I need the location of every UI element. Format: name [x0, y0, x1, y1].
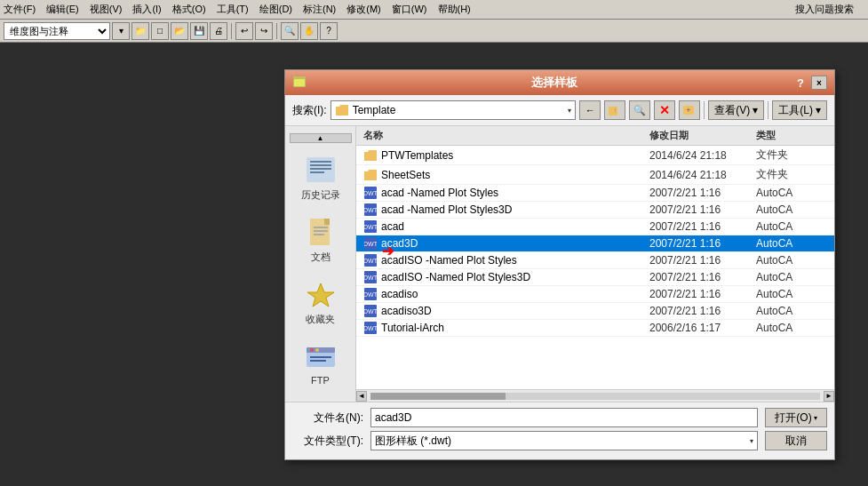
help-toolbar-btn[interactable]: ?	[320, 22, 338, 40]
menu-help[interactable]: 帮助(H)	[438, 3, 471, 16]
sidebar-item-history[interactable]: 历史记录	[290, 150, 352, 205]
menu-tools[interactable]: 工具(T)	[217, 3, 249, 16]
file-date: 2007/2/21 1:16	[649, 288, 756, 300]
search-combo[interactable]: Template ▾	[330, 100, 577, 120]
menu-edit[interactable]: 编辑(E)	[46, 3, 79, 16]
menubar: 文件(F) 编辑(E) 视图(V) 插入(I) 格式(O) 工具(T) 绘图(D…	[0, 0, 868, 20]
table-row[interactable]: DWTacadISO -Named Plot Styles3D2007/2/21…	[356, 269, 834, 286]
scroll-left-btn[interactable]: ◄	[356, 391, 367, 402]
col-type-header[interactable]: 类型	[756, 129, 827, 142]
sidebar-item-docs[interactable]: 文档	[290, 212, 352, 267]
file-name: SheetSets	[381, 169, 430, 181]
redo-btn[interactable]: ↪	[255, 22, 273, 40]
file-type: AutoCA	[756, 271, 827, 283]
toolbar-btn-1[interactable]: ▾	[112, 22, 130, 40]
file-type: AutoCA	[756, 203, 827, 216]
search-label: 搜索(I):	[292, 103, 327, 118]
table-row[interactable]: DWTacadiso3D2007/2/21 1:16AutoCA	[356, 303, 834, 320]
open-btn[interactable]: 打开(O) ▾	[765, 408, 827, 427]
horizontal-scrollbar[interactable]: ◄ ►	[356, 389, 834, 402]
search-value: Template	[353, 104, 569, 116]
menu-file[interactable]: 文件(F)	[4, 3, 36, 16]
search-combo-arrow[interactable]: ▾	[568, 107, 571, 115]
svg-rect-8	[310, 164, 331, 166]
table-row[interactable]: PTWTemplates2014/6/24 21:18文件夹	[356, 146, 834, 165]
table-row[interactable]: DWTTutorial-iArch2006/2/16 1:17AutoCA	[356, 320, 834, 337]
file-list-area: 名称 修改日期 类型 PTWTemplates2014/6/24 21:18文件…	[356, 126, 834, 402]
dwt-icon: DWT	[363, 288, 378, 300]
new-btn[interactable]: □	[151, 22, 169, 40]
file-name-cell: DWTacad	[363, 220, 649, 233]
file-name-cell: DWTTutorial-iArch	[363, 322, 649, 334]
search-btn[interactable]: 🔍	[629, 100, 650, 120]
toolbar-btn-2[interactable]: 📁	[131, 22, 149, 40]
svg-rect-21	[310, 360, 326, 362]
views-dropdown-btn[interactable]: 查看(V) ▾	[708, 100, 764, 120]
file-type: 文件夹	[756, 167, 827, 182]
save-btn[interactable]: 💾	[190, 22, 208, 40]
ftp-icon	[303, 340, 338, 372]
file-type: AutoCA	[756, 187, 827, 199]
sidebar-item-favorites[interactable]: 收藏夹	[290, 275, 352, 330]
cancel-btn[interactable]: 取消	[765, 431, 827, 450]
table-row[interactable]: DWTacad -Named Plot Styles3D2007/2/21 1:…	[356, 202, 834, 219]
close-title-btn[interactable]: ×	[811, 76, 827, 90]
pan-btn[interactable]: ✋	[300, 22, 318, 40]
dwt-icon: DWT	[363, 305, 378, 317]
table-row[interactable]: DWTacad3D2007/2/21 1:16AutoCA	[356, 235, 834, 252]
scroll-track[interactable]	[370, 393, 820, 400]
menu-insert[interactable]: 插入(I)	[132, 3, 161, 16]
open-btn-label: 打开(O)	[775, 410, 811, 426]
filetype-combo[interactable]: 图形样板 (*.dwt) ▾	[370, 431, 758, 450]
svg-rect-14	[314, 230, 328, 232]
nav-up-btn[interactable]: ↑	[604, 100, 625, 120]
table-row[interactable]: DWTacadiso2007/2/21 1:16AutoCA	[356, 286, 834, 303]
file-name: PTWTemplates	[381, 149, 453, 162]
col-date-header[interactable]: 修改日期	[649, 129, 756, 142]
file-name: acad -Named Plot Styles	[381, 187, 498, 199]
file-name-cell: PTWTemplates	[363, 149, 649, 162]
scroll-right-btn[interactable]: ►	[824, 391, 834, 402]
cancel-nav-btn[interactable]: ✕	[654, 100, 675, 120]
svg-text:DWT: DWT	[364, 308, 377, 315]
filename-input[interactable]	[370, 408, 758, 427]
file-name: Tutorial-iArch	[381, 322, 444, 334]
title-buttons: ? ×	[797, 76, 827, 90]
menu-modify[interactable]: 修改(M)	[346, 3, 381, 16]
menu-window[interactable]: 窗口(W)	[392, 3, 427, 16]
file-name: acadiso	[381, 288, 418, 300]
table-row[interactable]: DWTacad -Named Plot Styles2007/2/21 1:16…	[356, 185, 834, 202]
menu-format[interactable]: 格式(O)	[172, 3, 206, 16]
nav-back-btn[interactable]: ←	[579, 100, 601, 120]
undo-btn[interactable]: ↩	[235, 22, 253, 40]
sidebar-scroll-up[interactable]: ▲	[290, 133, 352, 143]
menu-draw[interactable]: 绘图(D)	[259, 3, 292, 16]
table-row[interactable]: SheetSets2014/6/24 21:18文件夹	[356, 165, 834, 185]
bottom-form: 文件名(N): 打开(O) ▾ 文件类型(T): 图形样板 (*.dwt) ▾ …	[285, 402, 834, 459]
history-label: 历史记录	[301, 188, 340, 202]
ftp-label: FTP	[311, 375, 330, 386]
file-type: AutoCA	[756, 254, 827, 267]
svg-rect-7	[310, 161, 331, 163]
filename-row: 文件名(N): 打开(O) ▾	[292, 408, 827, 427]
help-title-btn[interactable]: ?	[797, 76, 804, 90]
scroll-thumb	[370, 393, 506, 400]
sidebar-item-ftp[interactable]: FTP	[290, 337, 352, 389]
col-name-header[interactable]: 名称	[363, 129, 649, 142]
menu-dim[interactable]: 标注(N)	[303, 3, 336, 16]
file-type: AutoCA	[756, 305, 827, 317]
table-row[interactable]: DWTacadISO -Named Plot Styles2007/2/21 1…	[356, 252, 834, 269]
table-row[interactable]: DWTacad2007/2/21 1:16AutoCA	[356, 219, 834, 235]
print-btn[interactable]: 🖨	[210, 22, 227, 40]
workspace-combo[interactable]: 维度图与注释	[4, 22, 110, 40]
menu-view[interactable]: 视图(V)	[90, 3, 123, 16]
svg-text:+: +	[687, 106, 691, 115]
svg-text:DWT: DWT	[364, 190, 377, 196]
tools-dropdown-btn[interactable]: 工具(L) ▾	[772, 100, 827, 120]
zoom-btn[interactable]: 🔍	[281, 22, 299, 40]
open-btn[interactable]: 📂	[171, 22, 188, 40]
nav-folder-btn[interactable]: +	[679, 100, 700, 120]
history-icon	[303, 154, 338, 186]
file-date: 2014/6/24 21:18	[649, 169, 756, 181]
favorites-label: 收藏夹	[306, 313, 335, 326]
